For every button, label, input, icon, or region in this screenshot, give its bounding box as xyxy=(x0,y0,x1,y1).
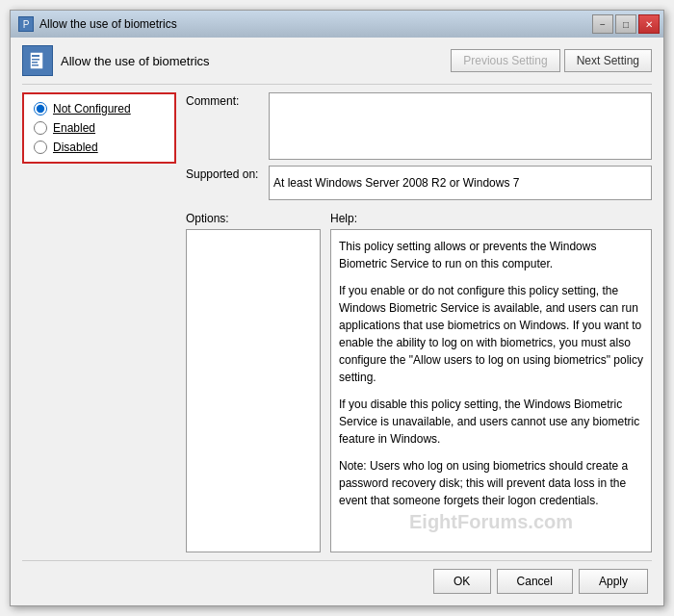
main-body: Not Configured Enabled Disabled Comm xyxy=(22,92,652,552)
not-configured-option[interactable]: Not Configured xyxy=(34,102,165,116)
window-title: Allow the use of biometrics xyxy=(39,17,177,31)
options-box xyxy=(186,229,321,552)
next-setting-button[interactable]: Next Setting xyxy=(564,49,652,72)
comment-label: Comment: xyxy=(186,92,263,108)
enabled-label: Enabled xyxy=(53,121,95,135)
title-bar: P Allow the use of biometrics − □ ✕ xyxy=(11,11,663,38)
left-panel: Not Configured Enabled Disabled xyxy=(22,92,176,552)
supported-text: At least Windows Server 2008 R2 or Windo… xyxy=(273,176,519,190)
comment-textarea[interactable] xyxy=(269,92,652,160)
help-box: This policy setting allows or prevents t… xyxy=(330,229,652,552)
cancel-button[interactable]: Cancel xyxy=(497,569,573,594)
not-configured-radio[interactable] xyxy=(34,102,47,116)
svg-rect-3 xyxy=(32,62,38,64)
watermark: EightForums.com xyxy=(409,507,573,536)
main-window: P Allow the use of biometrics − □ ✕ xyxy=(10,10,664,606)
divider xyxy=(22,84,652,85)
close-button[interactable]: ✕ xyxy=(638,14,660,34)
svg-rect-4 xyxy=(32,64,39,66)
not-configured-label: Not Configured xyxy=(53,102,131,116)
disabled-radio[interactable] xyxy=(34,141,47,154)
options-column: Options: xyxy=(186,212,321,552)
help-para-4: Note: Users who log on using biometrics … xyxy=(339,457,643,509)
dialog-title: Allow the use of biometrics xyxy=(61,54,210,68)
minimize-button[interactable]: − xyxy=(592,14,613,34)
svg-rect-1 xyxy=(32,55,39,57)
header-title-area: Allow the use of biometrics xyxy=(22,45,210,76)
ok-button[interactable]: OK xyxy=(433,569,491,594)
options-help-row: Options: Help: This policy setting allow… xyxy=(186,212,652,552)
svg-rect-0 xyxy=(30,52,43,69)
help-header: Help: xyxy=(330,212,652,225)
svg-rect-2 xyxy=(32,59,39,61)
title-buttons: − □ ✕ xyxy=(592,14,660,34)
header-row: Allow the use of biometrics Previous Set… xyxy=(22,45,652,76)
apply-button[interactable]: Apply xyxy=(579,569,648,594)
help-column: Help: This policy setting allows or prev… xyxy=(330,212,652,552)
maximize-button[interactable]: □ xyxy=(615,14,636,34)
supported-label: Supported on: xyxy=(186,166,263,181)
title-bar-left: P Allow the use of biometrics xyxy=(18,16,177,32)
supported-value: At least Windows Server 2008 R2 or Windo… xyxy=(269,166,652,200)
disabled-option[interactable]: Disabled xyxy=(34,141,165,154)
content-area: Allow the use of biometrics Previous Set… xyxy=(11,38,663,605)
radio-group: Not Configured Enabled Disabled xyxy=(22,92,176,164)
window-icon: P xyxy=(18,16,34,32)
header-icon xyxy=(22,45,53,76)
nav-buttons: Previous Setting Next Setting xyxy=(451,49,652,72)
options-header: Options: xyxy=(186,212,321,225)
help-para-2: If you enable or do not configure this p… xyxy=(339,282,643,386)
previous-setting-button[interactable]: Previous Setting xyxy=(451,49,559,72)
footer: OK Cancel Apply xyxy=(22,560,652,598)
supported-row: Supported on: At least Windows Server 20… xyxy=(186,166,652,200)
comment-row: Comment: xyxy=(186,92,652,160)
disabled-label: Disabled xyxy=(53,141,98,154)
help-para-3: If you disable this policy setting, the … xyxy=(339,396,643,448)
right-panel: Comment: Supported on: At least Windows … xyxy=(186,92,652,552)
enabled-radio[interactable] xyxy=(34,121,47,135)
policy-icon xyxy=(28,51,47,70)
help-para-1: This policy setting allows or prevents t… xyxy=(339,238,643,272)
enabled-option[interactable]: Enabled xyxy=(34,121,165,135)
